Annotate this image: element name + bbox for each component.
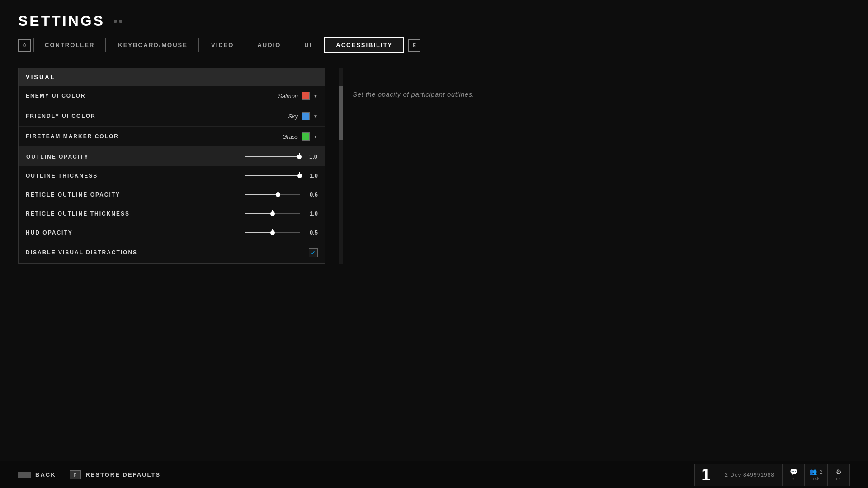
settings-panel: VISUAL ENEMY UI COLOR Salmon ▼ FRIENDLY … — [18, 68, 326, 264]
setting-row-hud-opacity[interactable]: HUD OPACITY 0.5 — [19, 223, 325, 242]
setting-label-hud-opacity: HUD OPACITY — [26, 230, 73, 236]
setting-control-fireteam-marker-color[interactable]: Grass ▼ — [282, 132, 318, 141]
back-key-icon — [18, 472, 31, 478]
disable-visual-distractions-checkbox[interactable]: ✓ — [309, 248, 318, 257]
back-action[interactable]: Back — [18, 471, 56, 478]
setting-label-fireteam-marker-color: FIRETEAM MARKER COLOR — [26, 133, 119, 140]
description-text: Set the opacity of participant outlines. — [353, 90, 474, 98]
setting-row-disable-visual-distractions[interactable]: DISABLE VISUAL DISTRACTIONS ✓ — [19, 242, 325, 263]
header-dot-2 — [119, 20, 122, 23]
enemy-color-value: Salmon — [278, 93, 298, 99]
setting-row-reticle-outline-thickness[interactable]: RETICLE OUTLINE THICKNESS 1.0 — [19, 204, 325, 223]
reticle-outline-opacity-value: 0.6 — [305, 191, 318, 198]
setting-label-reticle-outline-opacity: RETICLE OUTLINE OPACITY — [26, 192, 120, 198]
bottom-bar: Back F Restore Defaults 1 2 Dev 84999198… — [0, 461, 868, 488]
setting-label-disable-visual-distractions: DISABLE VISUAL DISTRACTIONS — [26, 249, 137, 256]
settings-icon: ⚙ — [836, 468, 842, 475]
reticle-outline-thickness-track[interactable] — [245, 213, 300, 214]
outline-thickness-value: 1.0 — [305, 172, 318, 179]
setting-control-disable-visual-distractions[interactable]: ✓ — [309, 248, 318, 257]
hud-players-button[interactable]: 👥 2 Tab — [805, 464, 827, 486]
hud-opacity-value: 0.5 — [305, 229, 318, 236]
setting-label-outline-opacity: OUTLINE OPACITY — [26, 154, 89, 160]
reticle-outline-thickness-thumb[interactable] — [270, 211, 275, 216]
nav-tabs: 0 CONTROLLER KEYBOARD/MOUSE VIDEO AUDIO … — [18, 37, 420, 53]
setting-row-friendly-ui-color[interactable]: FRIENDLY UI COLOR Sky ▼ — [19, 106, 325, 127]
hud-dev-info: 2 Dev 849991988 — [717, 464, 782, 486]
fireteam-dropdown-arrow[interactable]: ▼ — [313, 134, 318, 139]
setting-row-reticle-outline-opacity[interactable]: RETICLE OUTLINE OPACITY 0.6 — [19, 185, 325, 204]
players-key-label: Tab — [812, 477, 820, 481]
outline-opacity-fill — [245, 156, 299, 157]
setting-control-enemy-ui-color[interactable]: Salmon ▼ — [278, 92, 318, 100]
outline-thickness-track[interactable] — [245, 175, 300, 176]
reticle-outline-opacity-track[interactable] — [245, 194, 300, 195]
tab-video[interactable]: VIDEO — [200, 38, 245, 52]
hud-icon-group: 💬 Y 👥 2 Tab ⚙ F1 — [782, 464, 850, 486]
settings-list: ENEMY UI COLOR Salmon ▼ FRIENDLY UI COLO… — [19, 86, 325, 263]
hud-player-number: 1 — [694, 464, 717, 486]
checkbox-checkmark: ✓ — [311, 249, 316, 256]
scroll-thumb[interactable] — [339, 86, 343, 140]
hud-opacity-track[interactable] — [245, 232, 300, 233]
hud-chat-button[interactable]: 💬 Y — [782, 464, 805, 486]
tab-audio[interactable]: AUDIO — [246, 38, 292, 52]
bottom-right-hud: 1 2 Dev 849991988 💬 Y 👥 2 Tab ⚙ F1 — [694, 464, 850, 486]
setting-control-reticle-outline-opacity[interactable]: 0.6 — [245, 191, 318, 198]
reticle-outline-opacity-thumb[interactable] — [276, 192, 280, 197]
enemy-color-swatch — [302, 92, 310, 100]
outline-thickness-thumb[interactable] — [297, 174, 302, 178]
back-label: Back — [35, 471, 56, 478]
nav-left-badge: 0 — [18, 39, 31, 52]
outline-opacity-track[interactable] — [245, 156, 299, 157]
reticle-outline-opacity-fill — [245, 194, 278, 195]
players-icon: 👥 — [809, 468, 817, 475]
enemy-dropdown-arrow[interactable]: ▼ — [313, 94, 318, 99]
outline-opacity-thumb[interactable] — [297, 155, 302, 159]
setting-control-outline-thickness[interactable]: 1.0 — [245, 172, 318, 179]
friendly-color-value: Sky — [288, 113, 298, 120]
tab-ui[interactable]: UI — [293, 38, 323, 52]
settings-key-label: F1 — [836, 477, 841, 481]
setting-label-friendly-ui-color: FRIENDLY UI COLOR — [26, 113, 96, 119]
tab-accessibility[interactable]: ACCESSIBILITY — [324, 37, 404, 53]
setting-row-fireteam-marker-color[interactable]: FIRETEAM MARKER COLOR Grass ▼ — [19, 127, 325, 147]
restore-defaults-action[interactable]: F Restore Defaults — [70, 470, 161, 479]
setting-control-reticle-outline-thickness[interactable]: 1.0 — [245, 210, 318, 217]
setting-control-hud-opacity[interactable]: 0.5 — [245, 229, 318, 236]
nav-right-badge: E — [408, 39, 420, 52]
page-wrapper: SETTINGS 0 CONTROLLER KEYBOARD/MOUSE VID… — [0, 0, 868, 488]
friendly-color-swatch — [302, 112, 310, 120]
setting-row-outline-thickness[interactable]: OUTLINE THICKNESS 1.0 — [19, 166, 325, 185]
tab-keyboard-mouse[interactable]: KEYBOARD/MOUSE — [107, 38, 199, 52]
setting-row-outline-opacity[interactable]: OUTLINE OPACITY 1.0 — [19, 147, 325, 166]
chat-key-label: Y — [792, 477, 795, 481]
friendly-dropdown-arrow[interactable]: ▼ — [313, 114, 318, 119]
hud-opacity-thumb[interactable] — [270, 230, 275, 235]
header-dots — [114, 20, 122, 23]
header-dot-1 — [114, 20, 117, 23]
reticle-outline-thickness-fill — [245, 213, 273, 214]
setting-label-enemy-ui-color: ENEMY UI COLOR — [26, 93, 85, 99]
setting-row-enemy-ui-color[interactable]: ENEMY UI COLOR Salmon ▼ — [19, 86, 325, 106]
setting-control-outline-opacity[interactable]: 1.0 — [245, 153, 317, 160]
hud-settings-button[interactable]: ⚙ F1 — [827, 464, 850, 486]
reticle-outline-thickness-value: 1.0 — [305, 210, 318, 217]
setting-control-friendly-ui-color[interactable]: Sky ▼ — [288, 112, 318, 120]
restore-key-icon: F — [70, 470, 81, 479]
scrollbar[interactable] — [339, 68, 343, 264]
outline-opacity-value: 1.0 — [305, 153, 317, 160]
outline-thickness-fill — [245, 175, 300, 176]
header: SETTINGS — [18, 13, 122, 29]
section-header: VISUAL — [19, 68, 325, 86]
chat-icon: 💬 — [790, 468, 797, 475]
fireteam-color-swatch — [302, 132, 310, 141]
restore-label: Restore Defaults — [85, 471, 160, 478]
setting-label-reticle-outline-thickness: RETICLE OUTLINE THICKNESS — [26, 211, 130, 217]
page-title: SETTINGS — [18, 13, 105, 29]
tab-controller[interactable]: CONTROLLER — [33, 38, 106, 52]
description-panel: Set the opacity of participant outlines. — [353, 90, 579, 99]
setting-label-outline-thickness: OUTLINE THICKNESS — [26, 173, 98, 179]
fireteam-color-value: Grass — [282, 133, 298, 140]
players-count: 2 — [820, 469, 822, 474]
